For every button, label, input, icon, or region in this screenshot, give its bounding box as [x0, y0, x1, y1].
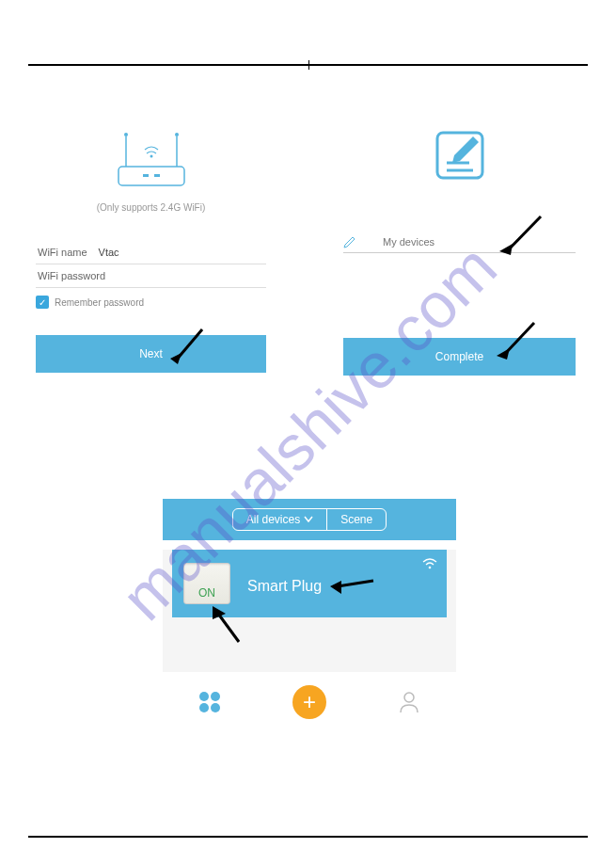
tab-scene[interactable]: Scene: [327, 509, 386, 530]
wifi-icon: [422, 557, 437, 572]
svg-point-3: [175, 133, 179, 136]
svg-point-15: [211, 703, 220, 712]
device-name-panel: My devices Complete: [343, 127, 576, 376]
svg-point-11: [429, 567, 432, 569]
remember-checkbox[interactable]: ✓: [36, 296, 49, 309]
wifi-name-label: WiFi name: [38, 247, 87, 258]
next-button[interactable]: Next: [36, 335, 266, 373]
edit-document-icon: [432, 127, 488, 184]
bottom-nav: +: [163, 672, 456, 727]
svg-point-12: [199, 692, 209, 701]
wifi-password-label: WiFi password: [38, 270, 105, 281]
device-name-input-row[interactable]: My devices: [343, 235, 576, 253]
device-card[interactable]: ON Smart Plug: [172, 550, 447, 617]
chevron-down-icon: [304, 516, 313, 523]
tab-all-devices[interactable]: All devices: [233, 509, 326, 530]
svg-rect-4: [118, 167, 184, 185]
svg-point-16: [404, 693, 414, 702]
tab-group: All devices Scene: [232, 508, 387, 531]
nav-profile-icon[interactable]: [397, 690, 421, 714]
wifi-setup-panel: (Only supports 2.4G WiFi) WiFi name Vtac…: [36, 127, 266, 373]
wifi-password-row[interactable]: WiFi password: [36, 264, 266, 288]
device-name-label: Smart Plug: [247, 578, 322, 595]
tab-all-label: All devices: [246, 513, 300, 526]
device-list-panel: All devices Scene ON Smart Plug +: [163, 499, 456, 727]
nav-home-icon[interactable]: [197, 690, 222, 714]
complete-button[interactable]: Complete: [343, 338, 576, 376]
remember-row[interactable]: ✓ Remember password: [36, 296, 266, 309]
wifi-name-row[interactable]: WiFi name Vtac: [36, 241, 266, 264]
page-bottom-rule: [28, 836, 588, 838]
device-switch-on[interactable]: ON: [183, 563, 230, 604]
svg-point-14: [199, 703, 209, 712]
svg-point-2: [124, 133, 128, 136]
svg-rect-5: [143, 174, 149, 177]
remember-label: Remember password: [55, 297, 144, 308]
svg-point-7: [150, 155, 152, 158]
svg-point-13: [211, 692, 220, 701]
page-top-rule: [28, 64, 588, 66]
nav-add-button[interactable]: +: [292, 685, 326, 719]
wifi-hint: (Only supports 2.4G WiFi): [36, 202, 266, 213]
wifi-name-value: Vtac: [99, 247, 264, 258]
device-list-header: All devices Scene: [163, 499, 456, 540]
svg-rect-6: [154, 174, 160, 177]
device-list-body: ON Smart Plug: [163, 550, 456, 672]
pencil-icon: [343, 235, 356, 248]
device-name-value: My devices: [383, 236, 434, 248]
router-icon: [109, 127, 194, 193]
